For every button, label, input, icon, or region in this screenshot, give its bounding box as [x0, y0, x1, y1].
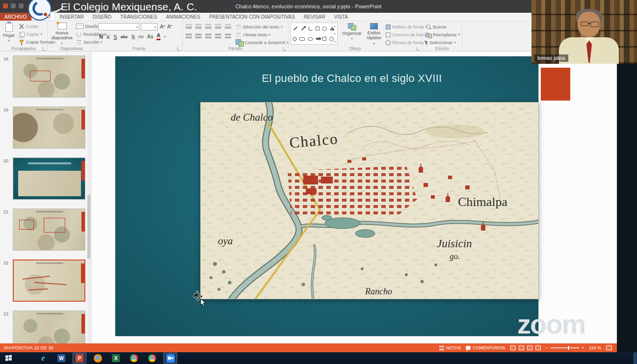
font-size-combobox[interactable]: ▾ [141, 23, 158, 30]
oval-shape-icon[interactable] [322, 26, 327, 31]
font-color-button[interactable]: A [157, 33, 160, 40]
tab-transiciones[interactable]: TRANSICIONES [116, 13, 161, 21]
dialog-launcher-icon[interactable] [283, 47, 287, 51]
italic-button[interactable]: K [106, 34, 110, 40]
rectangle-shape-icon[interactable] [316, 26, 319, 30]
shape-fill-button[interactable]: Relleno de forma ▾ [385, 23, 428, 30]
arrow-shape-icon[interactable] [301, 26, 305, 30]
shapes-gallery[interactable]: ▴ ▾ ▾ [291, 23, 338, 45]
undo-icon[interactable] [19, 3, 24, 8]
dialog-launcher-icon[interactable] [177, 47, 181, 51]
select-button[interactable]: Seleccionar ▾ [425, 39, 457, 46]
slide-sorter-view-icon[interactable] [519, 345, 524, 350]
smartart-button[interactable]: Convertir a SmartArt ▾ [235, 39, 290, 46]
text-shadow-button[interactable]: S [131, 34, 134, 40]
increase-indent-icon[interactable] [215, 24, 221, 29]
taskbar-browser2-icon[interactable] [145, 353, 159, 364]
slide-map-image[interactable]: de Chalco Chalco Chimalpa Juisicin go. R… [200, 102, 539, 299]
quick-access-toolbar[interactable] [3, 3, 24, 8]
line-shape-icon[interactable] [293, 26, 297, 30]
dialog-launcher-icon[interactable] [42, 47, 46, 51]
thumbnail-image[interactable] [13, 208, 85, 251]
slide-thumbnail-22[interactable]: 22 [0, 260, 91, 309]
shape-effects-button[interactable]: Efectos de forma ▾ [385, 39, 428, 46]
zoom-slider-handle[interactable] [567, 345, 570, 350]
character-spacing-button[interactable]: AV [138, 34, 144, 39]
tab-animaciones[interactable]: ANIMACIONES [161, 13, 205, 21]
text-direction-button[interactable]: Dirección del texto ▾ [235, 23, 284, 30]
dialog-launcher-icon[interactable] [417, 47, 420, 51]
scroll-down-icon[interactable]: ▾ [334, 32, 335, 35]
webcam-video-tile[interactable]: tomas jalpa [531, 0, 637, 64]
tab-insertar[interactable]: INSERTAR [55, 13, 88, 21]
taskbar-powerpoint-icon[interactable]: P [73, 353, 86, 364]
thumbnail-image[interactable] [13, 55, 85, 98]
decrease-indent-icon[interactable] [205, 24, 212, 29]
align-text-button[interactable]: Alinear texto ▾ [235, 31, 272, 38]
diamond-shape-icon[interactable] [292, 36, 297, 41]
find-button[interactable]: Buscar [425, 23, 448, 30]
align-center-icon[interactable] [195, 34, 202, 39]
shrink-font-button[interactable]: A▾ [167, 24, 172, 29]
frame-shape-icon[interactable] [322, 37, 326, 41]
grow-font-button[interactable]: A▴ [160, 24, 165, 29]
slide-thumbnail-19[interactable]: 19 [0, 106, 91, 156]
new-slide-button[interactable]: Nueva diapositiva ▾ [49, 23, 75, 45]
underline-button[interactable]: S [113, 34, 117, 40]
thumbnail-image[interactable] [13, 311, 85, 343]
thumbnail-image[interactable] [13, 106, 85, 149]
tab-revisar[interactable]: REVISAR [299, 13, 330, 21]
current-slide[interactable]: El pueblo de Chalco en el siglo XVIII [115, 56, 538, 336]
rounded-rect-shape-icon[interactable] [299, 37, 305, 41]
paste-button[interactable]: Pegar ▾ [1, 23, 16, 42]
replace-button[interactable]: Reemplazar ▾ [425, 31, 461, 38]
taskbar-zoom-icon[interactable] [163, 353, 177, 364]
tab-diseno[interactable]: DISEÑO [88, 13, 116, 21]
change-case-button[interactable]: Aa [147, 34, 153, 39]
strikethrough-button[interactable]: abc [121, 34, 128, 39]
slide-thumbnail-23[interactable]: 23 [0, 311, 91, 343]
ellipse-shape-icon[interactable] [308, 37, 313, 41]
justify-icon[interactable] [215, 34, 221, 39]
start-button[interactable] [0, 352, 18, 364]
slide-thumbnail-18[interactable]: 18 [0, 55, 91, 104]
taskbar-firefox-icon[interactable] [91, 353, 105, 364]
copy-button[interactable]: Copiar ▾ [18, 30, 43, 38]
show-desktop-button[interactable] [634, 352, 637, 364]
taskbar-chrome-icon[interactable] [127, 353, 141, 364]
zoom-out-button[interactable]: − [546, 345, 548, 350]
quick-styles-button[interactable]: Estilos rápidos ▾ [363, 23, 385, 45]
block-arrow-shape-icon[interactable] [316, 38, 319, 40]
slideshow-view-icon[interactable] [535, 345, 541, 350]
slide-accent-rectangle[interactable] [541, 68, 570, 101]
scroll-up-icon[interactable]: ▴ [334, 24, 335, 27]
fit-slide-to-window-button[interactable] [606, 345, 612, 350]
thumbnail-panel-scrollbar[interactable] [87, 52, 90, 342]
tab-presentacion[interactable]: PRESENTACIÓN CON DIAPOSITIVAS [205, 13, 299, 21]
font-name-combobox[interactable]: ▾ [98, 23, 139, 30]
align-right-icon[interactable] [205, 34, 212, 39]
numbering-icon[interactable] [195, 24, 202, 29]
thumbnail-image-selected[interactable] [13, 260, 85, 302]
zoom-level[interactable]: 116 % [589, 345, 601, 350]
reading-view-icon[interactable] [527, 345, 532, 350]
taskbar-excel-icon[interactable]: X [109, 353, 123, 364]
zoom-in-button[interactable]: + [582, 345, 584, 350]
gallery-expand-icon[interactable]: ▾ [334, 40, 335, 43]
save-icon[interactable] [11, 3, 16, 8]
notes-button[interactable]: NOTAS [439, 345, 461, 350]
slide-thumbnail-21[interactable]: 21 [0, 208, 91, 258]
slide-thumbnail-20[interactable]: 20 [0, 157, 91, 207]
taskbar-word-icon[interactable]: W [54, 353, 68, 364]
comments-button[interactable]: COMENTARIOS [466, 345, 505, 350]
align-left-icon[interactable] [186, 34, 192, 39]
line-spacing-icon[interactable] [225, 24, 231, 29]
slide-title[interactable]: El pueblo de Chalco en el siglo XVIII [169, 72, 534, 85]
tab-vista[interactable]: VISTA [330, 13, 352, 21]
columns-icon[interactable] [225, 34, 231, 39]
bullets-icon[interactable] [186, 24, 192, 29]
thumbnail-image[interactable] [13, 157, 85, 200]
elbow-shape-icon[interactable] [309, 26, 313, 30]
cut-button[interactable]: Cortar [18, 23, 39, 30]
bold-button[interactable]: N [99, 34, 103, 40]
